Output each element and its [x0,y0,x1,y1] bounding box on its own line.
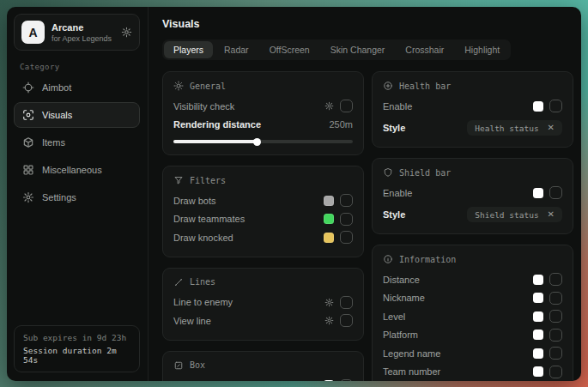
setting-row-draw-knocked: Draw knocked [173,228,353,247]
crosshair-icon [22,82,34,94]
close-icon[interactable]: ✕ [548,210,555,219]
setting-row-distance: Distance [383,270,562,289]
setting-row-view-line: View line [173,311,353,330]
gear-icon[interactable] [324,316,334,325]
sidebar-item-miscellaneous[interactable]: Miscellaneous [14,157,140,183]
panel-header: Health bar [383,81,562,91]
color-swatch[interactable] [324,233,334,243]
checkbox[interactable] [549,292,562,305]
color-swatch[interactable] [533,348,543,359]
setting-label: Line to enemy [173,297,233,307]
sidebar-item-settings[interactable]: Settings [14,184,140,210]
checkbox[interactable] [340,194,353,207]
sidebar-item-aimbot[interactable]: Aimbot [14,75,140,100]
color-swatch[interactable] [324,214,334,224]
sidebar-item-visuals[interactable]: Visuals [14,102,140,128]
color-swatch[interactable] [533,101,543,112]
sidebar: A Arcane for Apex Legends Category Aimbo… [7,7,149,381]
subscription-info-box: Sub expires in 9d 23h Session duration 2… [14,325,140,372]
brand-box: A Arcane for Apex Legends [14,14,140,51]
sidebar-item-label: Items [42,137,65,148]
setting-label: Visibility check [173,101,234,112]
setting-label: Level [383,311,405,322]
setting-row-shield-style: Style Shield status ✕ [383,206,562,225]
app-logo: A [21,21,45,44]
color-swatch[interactable] [533,275,543,285]
slider-thumb[interactable] [253,138,261,146]
gear-icon[interactable] [121,27,132,38]
app-name: Arcane [52,22,112,33]
setting-row-legend-name: Legend name [383,344,562,363]
selected-style-tag: Health status [475,124,538,133]
setting-label: View line [173,316,211,326]
color-swatch[interactable] [533,188,543,198]
color-swatch[interactable] [533,293,543,303]
checkbox[interactable] [340,213,353,226]
checkbox[interactable] [549,347,562,360]
slider-value: 250m [329,119,353,130]
tab-skin-changer[interactable]: Skin Changer [321,41,395,58]
color-swatch[interactable] [324,380,334,381]
funnel-icon [173,175,184,185]
checkbox[interactable] [340,100,353,112]
category-label: Category [20,63,140,71]
sidebar-item-items[interactable]: Items [14,130,140,155]
tab-highlight[interactable]: Highlight [455,41,509,58]
tab-radar[interactable]: Radar [215,41,258,58]
checkbox[interactable] [549,100,562,112]
panel-health-bar: Health bar Enable Style Health status [372,71,573,148]
sidebar-item-label: Miscellaneous [42,165,102,175]
checkbox[interactable] [340,231,353,244]
checkbox[interactable] [340,379,353,381]
style-select[interactable]: Shield status ✕ [467,207,562,222]
main-content: Visuals Players Radar OffScreen Skin Cha… [149,7,581,381]
color-swatch[interactable] [533,330,543,340]
close-icon[interactable]: ✕ [548,124,555,132]
sidebar-item-label: Settings [42,192,76,203]
right-column: Health bar Enable Style Health status [372,71,573,381]
tab-offscreen[interactable]: OffScreen [260,41,319,58]
color-swatch[interactable] [324,196,334,206]
panel-information: Information Distance Nickname [372,245,573,381]
setting-label: Nickname [383,293,425,303]
checkbox[interactable] [549,273,562,286]
checkbox[interactable] [549,310,562,323]
panel-header: Shield bar [383,167,562,178]
setting-row-draw-teammates: Draw teammates [173,210,353,229]
tab-crosshair[interactable]: Crosshair [396,41,453,58]
app-subtitle: for Apex Legends [52,34,112,43]
panel-title: Health bar [399,82,451,91]
checkbox[interactable] [549,366,562,378]
session-duration-text: Session duration 2m 54s [23,346,130,365]
panel-title: Box [190,360,205,370]
checkbox[interactable] [340,296,353,309]
checkbox[interactable] [549,186,562,199]
style-select[interactable]: Health status ✕ [467,120,562,136]
panel-header: General [173,81,353,91]
setting-row-level: Level [383,307,562,326]
left-column: General Visibility check Rendering dista… [162,71,364,381]
gear-icon[interactable] [324,101,334,111]
tab-players[interactable]: Players [164,41,213,58]
gear-icon [22,191,34,203]
setting-label: Distance [383,275,420,285]
setting-row-line-to-enemy: Line to enemy [173,293,353,312]
checkbox[interactable] [549,329,562,342]
gear-icon[interactable] [324,298,334,307]
checkbox[interactable] [340,314,353,327]
setting-row-shield-enable: Enable [383,184,562,203]
rendering-distance-slider[interactable] [173,140,353,143]
tab-bar: Players Radar OffScreen Skin Changer Cro… [162,39,511,60]
sub-expires-text: Sub expires in 9d 23h [23,333,130,342]
diagonal-line-icon [173,277,184,287]
sidebar-item-label: Aimbot [42,82,71,93]
setting-row-visibility-check: Visibility check [173,97,353,116]
setting-label: Style [383,209,405,220]
brand-text: Arcane for Apex Legends [52,22,112,43]
setting-row-health-enable: Enable [383,97,562,116]
setting-label: Style [383,123,405,133]
color-swatch[interactable] [533,311,543,322]
setting-label: Team number [383,366,440,377]
color-swatch[interactable] [533,366,543,377]
health-icon [383,81,393,91]
